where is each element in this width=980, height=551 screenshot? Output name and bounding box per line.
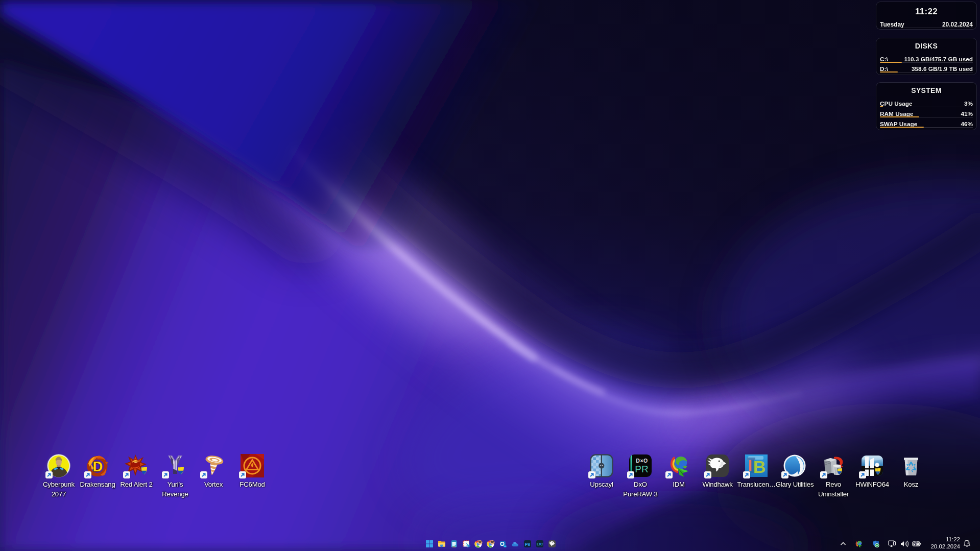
svg-text:Ps: Ps — [525, 542, 531, 547]
svg-text:LrC: LrC — [537, 542, 543, 546]
svg-text:D×O: D×O — [636, 458, 648, 464]
svg-text:PR: PR — [635, 464, 648, 474]
svg-text:B: B — [753, 457, 766, 476]
svg-text:D: D — [93, 459, 103, 474]
